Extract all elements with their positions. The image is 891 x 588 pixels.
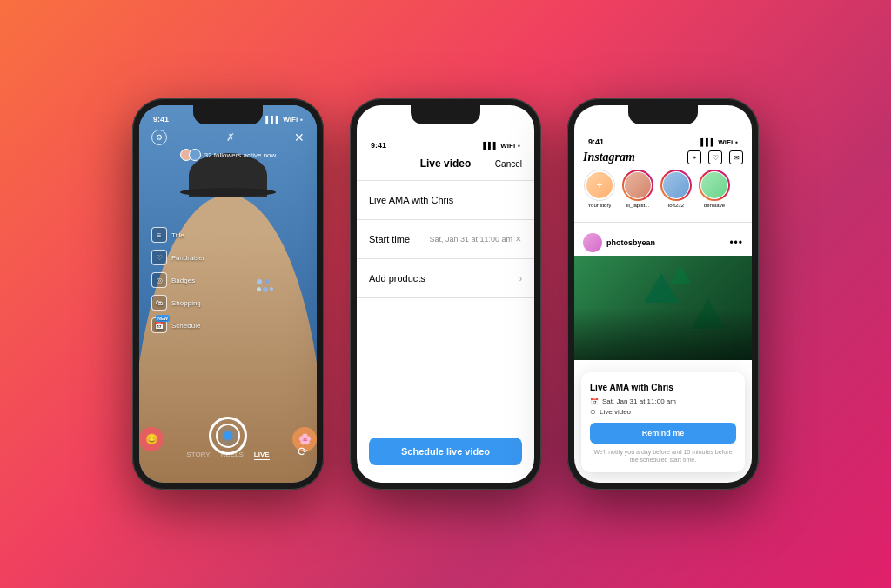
story-name-1: lil_lapist... [626, 203, 649, 208]
badges-icon: ◎ [151, 272, 167, 288]
cancel-button[interactable]: Cancel [495, 159, 522, 169]
story-1[interactable]: lil_lapist... [621, 170, 654, 208]
live-top-bar: ⚙ ✗ ✕ [139, 130, 317, 145]
title-label: Title [171, 231, 184, 239]
ig-content: 9:41 ▌▌▌ WiFi ▪ Instagram + ♡ ✉ [574, 105, 752, 483]
menu-schedule[interactable]: 📅 NEW Schedule [151, 317, 204, 333]
live-bottom-controls: 😊 🌸 STORY REELS LIVE [139, 417, 317, 465]
notch-2 [411, 105, 480, 124]
new-badge: NEW [156, 315, 170, 322]
story-ring-2 [660, 170, 692, 201]
divider-3 [357, 258, 534, 259]
schedule-title: Live video [420, 157, 472, 170]
clear-date-icon[interactable]: ✕ [515, 235, 522, 244]
signal-icon-3: ▌▌▌ [700, 138, 715, 146]
post-options-icon[interactable]: ••• [729, 237, 743, 249]
heart-icon[interactable]: ♡ [708, 150, 722, 164]
chevron-right-icon: › [519, 274, 522, 284]
story-ring-3 [699, 170, 730, 201]
phone-instagram-feed: 9:41 ▌▌▌ WiFi ▪ Instagram + ♡ ✉ [567, 98, 759, 490]
wifi-icon-2: WiFi [500, 142, 515, 150]
notif-date: 📅 Sat, Jan 31 at 11:00 am [590, 398, 736, 405]
close-icon[interactable]: ✕ [294, 130, 305, 144]
title-icon: ≡ [151, 227, 167, 243]
notch-1 [193, 105, 263, 124]
status-time-1: 9:41 [153, 115, 169, 124]
menu-shopping[interactable]: 🛍 Shopping [151, 295, 204, 311]
battery-icon-2: ▪ [518, 142, 520, 150]
phone-schedule-live: 9:41 ▌▌▌ WiFi ▪ Live video Cancel Live A… [350, 98, 541, 490]
calendar-icon: 📅 [590, 398, 599, 405]
post-username: photosbyean [606, 238, 655, 247]
settings-icon[interactable]: ⚙ [151, 130, 167, 145]
notch-3 [628, 105, 698, 124]
stories-divider [574, 222, 752, 223]
your-story-ring: + [584, 170, 615, 201]
triangle-3 [670, 264, 691, 284]
emoji-button-1[interactable]: 😊 [139, 427, 164, 451]
start-time-row[interactable]: Start time Sat, Jan 31 at 11:00 am ✕ [357, 227, 534, 251]
post-overlay [574, 308, 752, 360]
record-button[interactable] [209, 417, 247, 455]
story-2[interactable]: loft232 [660, 170, 693, 208]
divider-2 [357, 219, 534, 220]
post-image [574, 256, 752, 360]
schedule-icon: 📅 NEW [151, 317, 167, 333]
followers-avatars [180, 149, 201, 161]
story-avatar-3 [701, 172, 727, 198]
record-inner [216, 424, 240, 448]
story-name-3: benslave [704, 203, 725, 208]
mode-reels[interactable]: REELS [221, 451, 244, 460]
badges-label: Badges [171, 277, 195, 284]
schedule-label: Schedule [171, 322, 200, 330]
post-header: photosbyean ••• [574, 230, 752, 256]
status-icons-2: ▌▌▌ WiFi ▪ [483, 142, 520, 150]
story-your[interactable]: + Your story [583, 170, 616, 208]
notification-popup: Live AMA with Chris 📅 Sat, Jan 31 at 11:… [581, 372, 745, 472]
battery-icon-1: ▪ [300, 116, 303, 124]
fundraiser-label: Fundraiser [171, 254, 204, 262]
shopping-label: Shopping [171, 299, 201, 307]
wifi-icon-3: WiFi [718, 138, 733, 146]
stories-row: + Your story lil_lapist... loft232 [574, 170, 752, 215]
live-dot [224, 431, 232, 440]
menu-badges[interactable]: ◎ Badges [151, 272, 204, 288]
battery-icon-3: ▪ [735, 138, 738, 146]
fundraiser-icon: ♡ [151, 250, 167, 265]
phone-live-camera: 9:41 ▌▌▌ WiFi ▪ ⚙ ✗ ✕ 32 followers activ… [132, 98, 324, 490]
start-time-value: Sat, Jan 31 at 11:00 am ✕ [429, 235, 522, 244]
live-menu: ≡ Title ♡ Fundraiser ◎ Badges 🛍 Shopping… [151, 227, 204, 333]
signal-icon-1: ▌▌▌ [265, 116, 280, 124]
spacer [357, 305, 534, 438]
messenger-icon[interactable]: ✉ [729, 150, 743, 164]
story-name-2: loft232 [668, 203, 684, 208]
your-story-avatar: + [586, 172, 613, 198]
divider-1 [357, 180, 534, 181]
flash-off-icon[interactable]: ✗ [226, 131, 235, 144]
followers-text: 32 followers active now [204, 151, 277, 159]
status-icons-1: ▌▌▌ WiFi ▪ [265, 116, 303, 124]
camera-mode-bar: STORY REELS LIVE [139, 451, 317, 460]
live-video-icon: ⊙ [590, 408, 596, 416]
schedule-content: 9:41 ▌▌▌ WiFi ▪ Live video Cancel Live A… [357, 105, 534, 483]
mode-story[interactable]: STORY [186, 451, 210, 460]
story-avatar-1 [625, 172, 651, 198]
add-icon[interactable]: + [687, 150, 701, 164]
status-icons-3: ▌▌▌ WiFi ▪ [700, 138, 738, 146]
schedule-live-button[interactable]: Schedule live video [369, 438, 522, 465]
menu-fundraiser[interactable]: ♡ Fundraiser [151, 250, 204, 265]
live-title-field[interactable]: Live AMA with Chris [357, 188, 534, 212]
menu-title[interactable]: ≡ Title [151, 227, 204, 243]
wifi-icon-1: WiFi [283, 116, 298, 124]
instagram-logo: Instagram [583, 150, 635, 164]
mode-live[interactable]: LIVE [254, 451, 270, 460]
add-products-row[interactable]: Add products › [357, 266, 534, 291]
story-3[interactable]: benslave [698, 170, 731, 208]
followers-bar: 32 followers active now [139, 149, 317, 161]
remind-me-button[interactable]: Remind me [590, 423, 736, 444]
notif-disclaimer: We'll notify you a day before and 15 min… [590, 448, 736, 464]
status-bar-3: 9:41 ▌▌▌ WiFi ▪ [574, 128, 752, 150]
flip-camera-icon[interactable]: ⟳ [298, 444, 308, 458]
post-avatar [583, 233, 602, 252]
add-products-label: Add products [369, 273, 425, 284]
